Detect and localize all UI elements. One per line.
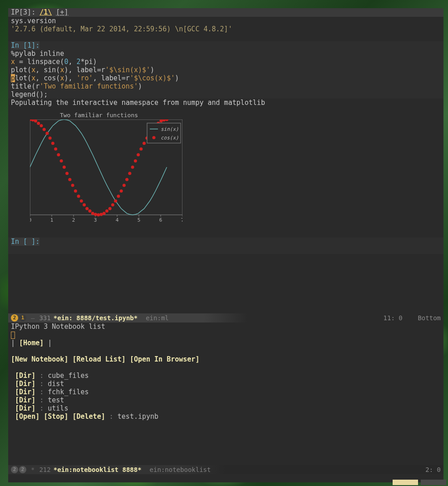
line-number: 331: [39, 314, 50, 322]
svg-point-50: [94, 213, 97, 216]
in-prompt-empty: In [ ]:: [11, 238, 39, 246]
taskbar-item[interactable]: [393, 480, 418, 485]
cell-0-output: sys.version '2.7.6 (default, Mar 22 2014…: [8, 17, 443, 33]
code-line[interactable]: title(r'Two familiar functions'): [11, 82, 441, 90]
svg-point-65: [137, 153, 140, 156]
svg-text:cos(x): cos(x): [161, 135, 179, 141]
home-link[interactable]: [Home]: [19, 339, 44, 347]
delete-file-button[interactable]: [Delete]: [72, 412, 105, 421]
add-worksheet[interactable]: [+]: [56, 8, 68, 16]
svg-point-28: [31, 119, 34, 122]
svg-text:0: 0: [30, 217, 31, 223]
file-name: test.ipynb: [118, 412, 158, 421]
svg-point-41: [68, 178, 71, 181]
svg-point-42: [71, 183, 74, 187]
cursor: [11, 332, 15, 339]
directory-entry[interactable]: [Dir] : dist: [11, 380, 441, 388]
svg-point-45: [80, 199, 83, 203]
stdout-line: Populating the interactive namespace fro…: [11, 99, 441, 107]
plot-svg: -1.0-0.50.00.51.001234567sin(x)cos(x): [30, 119, 182, 223]
line-number: 212: [39, 466, 50, 473]
svg-text:1: 1: [50, 217, 54, 223]
in-prompt: In [1]:: [11, 41, 39, 50]
output-string: '2.7.6 (default, Mar 22 2014, 22:59:56) …: [11, 25, 441, 33]
svg-text:3: 3: [94, 217, 97, 223]
open-in-browser-button[interactable]: [Open In Browser]: [130, 355, 200, 363]
svg-point-47: [85, 207, 89, 210]
open-file-button[interactable]: [Open]: [15, 412, 39, 421]
svg-point-31: [39, 124, 43, 127]
svg-point-33: [45, 132, 49, 135]
new-notebook-button[interactable]: [New Notebook]: [11, 355, 68, 363]
minibuffer[interactable]: [8, 474, 443, 482]
code-line[interactable]: legend();: [11, 90, 441, 99]
breadcrumb: | [Home] |: [11, 339, 441, 347]
svg-point-37: [57, 153, 60, 156]
worksheet-tab[interactable]: /1\: [39, 8, 52, 16]
notebook-pane[interactable]: IP[3]: /1\ [+] sys.version '2.7.6 (defau…: [8, 8, 443, 313]
svg-point-54: [105, 209, 108, 213]
svg-point-49: [91, 212, 94, 215]
window-badge: 2: [11, 466, 18, 473]
buffer-name: *ein: 8888/test.ipynb*: [54, 314, 138, 322]
svg-point-60: [123, 183, 126, 187]
code-line[interactable]: plot(x, sin(x), label=r'$\sin(x)$'): [11, 66, 441, 74]
svg-point-63: [131, 166, 134, 169]
directory-entry[interactable]: [Dir] : test: [11, 396, 441, 404]
svg-point-58: [117, 195, 120, 198]
svg-point-51: [97, 213, 100, 217]
directory-entry[interactable]: [Dir] : cube_files: [11, 372, 441, 380]
directory-entry[interactable]: [Dir] : utils: [11, 404, 441, 412]
code-line[interactable]: plot(x, cos(x), 'ro', label=r'$\cos(x)$'…: [11, 74, 441, 82]
code-line[interactable]: %pylab inline: [11, 50, 441, 58]
code-line[interactable]: x = linspace(0, 2*pi): [11, 58, 441, 66]
svg-point-43: [74, 189, 77, 193]
window-badge: 2: [11, 314, 18, 322]
desktop-taskbar: [393, 479, 448, 486]
svg-point-39: [63, 166, 66, 169]
svg-point-73: [159, 119, 162, 123]
worksheet-header: IP[3]: /1\ [+]: [8, 8, 443, 17]
svg-point-74: [162, 119, 166, 122]
svg-point-55: [108, 207, 112, 210]
svg-text:6: 6: [159, 217, 162, 223]
plot-output: Two familiar functions -1.0-0.50.00.51.0…: [13, 109, 185, 231]
window-badge: 1: [19, 314, 26, 322]
svg-point-32: [43, 128, 46, 131]
action-row: [New Notebook] [Reload List] [Open In Br…: [11, 355, 441, 363]
directory-entry[interactable]: [Dir] : fchk_files: [11, 388, 441, 396]
cursor-position: 2: 0: [425, 466, 441, 473]
svg-point-67: [143, 142, 146, 145]
svg-text:2: 2: [72, 217, 75, 223]
svg-point-38: [60, 159, 63, 163]
svg-point-34: [49, 136, 52, 139]
cursor: p: [11, 74, 15, 82]
major-mode: ein:ml: [146, 314, 169, 322]
dash: —: [31, 314, 34, 322]
svg-point-53: [103, 212, 106, 215]
svg-point-30: [37, 122, 40, 125]
directory-list: [Dir] : cube_files [Dir] : dist [Dir] : …: [11, 372, 441, 412]
modeline-top: 2 1 — 331 *ein: 8888/test.ipynb* ein:ml …: [8, 313, 443, 322]
svg-text:5: 5: [138, 217, 141, 223]
notebooklist-pane[interactable]: IPython 3 Notebook list | [Home] | [New …: [8, 322, 443, 465]
reload-list-button[interactable]: [Reload List]: [72, 355, 125, 363]
svg-point-44: [77, 195, 80, 198]
cursor-position: 11: 0 Bottom: [384, 314, 441, 322]
buffer-name: *ein:notebooklist 8888*: [54, 466, 142, 473]
svg-point-46: [83, 203, 86, 206]
svg-text:7: 7: [181, 217, 182, 223]
file-entry: [Open] [Stop] [Delete] : test.ipynb: [11, 412, 441, 421]
notebooklist-title: IPython 3 Notebook list: [11, 322, 441, 331]
window-badge: 2: [19, 466, 26, 473]
stop-file-button[interactable]: [Stop]: [44, 412, 68, 421]
svg-text:4: 4: [116, 217, 119, 223]
cell-1[interactable]: In [1]: %pylab inline x = linspace(0, 2*…: [8, 41, 443, 231]
taskbar-item[interactable]: [421, 480, 446, 485]
editor-frame: IP[3]: /1\ [+] sys.version '2.7.6 (defau…: [8, 8, 443, 482]
svg-point-52: [99, 213, 103, 216]
svg-point-59: [120, 189, 123, 193]
cell-2[interactable]: In [ ]:: [8, 238, 443, 254]
plot-title: Two familiar functions: [13, 111, 185, 119]
star: *: [31, 466, 34, 473]
